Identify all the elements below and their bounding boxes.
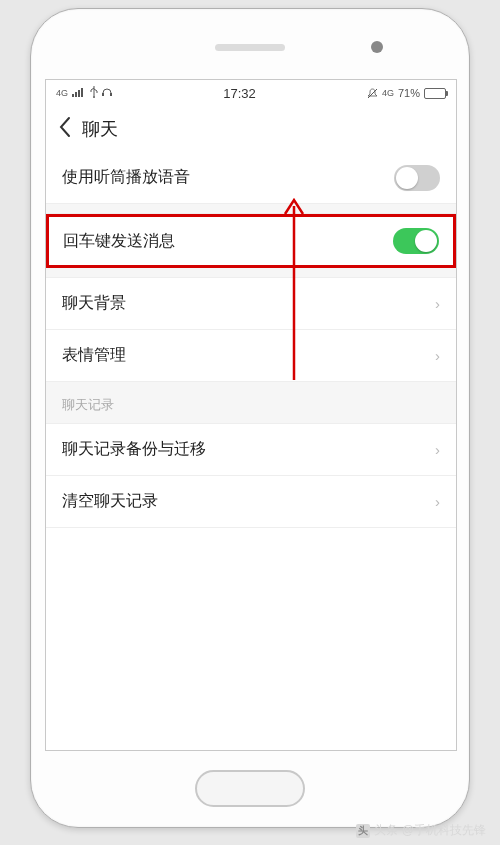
chevron-right-icon: › (435, 347, 440, 364)
row-label: 聊天背景 (62, 293, 126, 314)
battery-percent: 71% (398, 87, 420, 99)
svg-rect-6 (110, 93, 112, 96)
phone-frame: 4G 17:32 4G 71% (30, 8, 470, 828)
status-4g: 4G (382, 89, 394, 98)
row-earpiece-playback[interactable]: 使用听筒播放语音 (46, 152, 456, 204)
svg-rect-5 (102, 93, 104, 96)
svg-rect-3 (81, 88, 83, 97)
phone-screen: 4G 17:32 4G 71% (45, 79, 457, 751)
chevron-right-icon: › (435, 441, 440, 458)
row-label: 聊天记录备份与迁移 (62, 439, 206, 460)
toggle-earpiece[interactable] (394, 165, 440, 191)
network-type: 4G (56, 89, 68, 98)
watermark-text: 头条 @手机科技先锋 (374, 822, 486, 839)
row-label: 回车键发送消息 (63, 231, 175, 252)
watermark-logo-icon: 头 (356, 824, 370, 838)
page-title: 聊天 (82, 117, 118, 141)
list-spacer (46, 268, 456, 278)
watermark: 头 头条 @手机科技先锋 (356, 822, 486, 839)
svg-point-4 (93, 96, 95, 98)
svg-rect-0 (72, 94, 74, 97)
row-backup-migrate[interactable]: 聊天记录备份与迁移 › (46, 424, 456, 476)
phone-speaker (215, 44, 285, 51)
mute-icon (367, 88, 378, 99)
section-header-chat-log: 聊天记录 (46, 382, 456, 424)
status-time: 17:32 (223, 86, 256, 101)
chevron-right-icon: › (435, 295, 440, 312)
row-label: 清空聊天记录 (62, 491, 158, 512)
settings-list: 使用听筒播放语音 回车键发送消息 聊天背景 › 表情管理 › 聊天记录 聊天记录… (46, 152, 456, 528)
svg-rect-1 (75, 92, 77, 97)
svg-line-7 (368, 89, 377, 98)
phone-front-camera (371, 41, 383, 53)
status-bar: 4G 17:32 4G 71% (46, 80, 456, 106)
home-button[interactable] (195, 770, 305, 807)
battery-icon (424, 88, 446, 99)
row-chat-background[interactable]: 聊天背景 › (46, 278, 456, 330)
status-left: 4G (56, 86, 112, 101)
row-label: 表情管理 (62, 345, 126, 366)
headset-icon (102, 86, 112, 100)
list-spacer (46, 204, 456, 214)
usb-icon (90, 86, 98, 101)
svg-rect-2 (78, 90, 80, 97)
back-icon[interactable] (58, 116, 72, 142)
nav-header: 聊天 (46, 106, 456, 152)
row-label: 使用听筒播放语音 (62, 167, 190, 188)
chevron-right-icon: › (435, 493, 440, 510)
status-right: 4G 71% (367, 87, 446, 99)
row-clear-chat-log[interactable]: 清空聊天记录 › (46, 476, 456, 528)
row-sticker-manage[interactable]: 表情管理 › (46, 330, 456, 382)
signal-icon (72, 86, 86, 100)
toggle-enter-send[interactable] (393, 228, 439, 254)
row-enter-send[interactable]: 回车键发送消息 (46, 214, 456, 268)
